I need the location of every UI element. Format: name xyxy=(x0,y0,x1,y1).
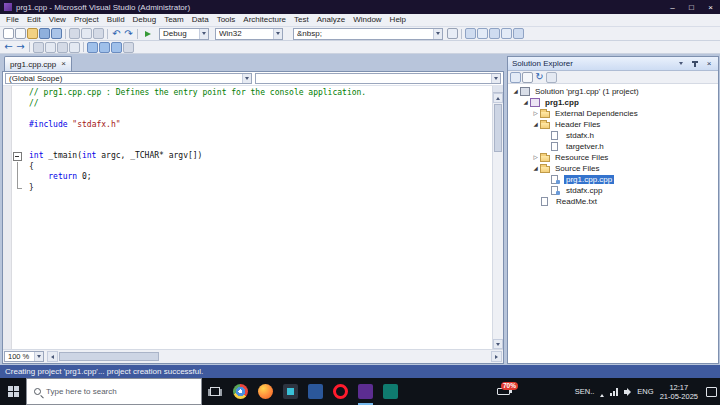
tree-item[interactable]: ◢Solution 'prg1.cpp' (1 project) xyxy=(508,86,718,97)
solution-explorer-icon[interactable] xyxy=(465,28,476,39)
minimize-button[interactable]: – xyxy=(663,0,682,14)
vertical-scrollbar[interactable] xyxy=(492,86,503,349)
show-all-files-icon[interactable] xyxy=(522,72,533,83)
splitter-handle[interactable] xyxy=(493,86,503,93)
code-line[interactable]: // prg1.cpp.cpp : Defines the entry poin… xyxy=(12,88,492,99)
maximize-button[interactable]: □ xyxy=(682,0,701,14)
decrease-indent-icon[interactable] xyxy=(33,42,44,53)
code-line[interactable] xyxy=(12,130,492,141)
menu-item-test[interactable]: Test xyxy=(290,14,313,26)
close-button[interactable]: × xyxy=(701,0,720,14)
expander-icon[interactable]: ▷ xyxy=(531,111,540,117)
tree-item[interactable]: prg1.cpp.cpp xyxy=(508,174,718,185)
menu-item-project[interactable]: Project xyxy=(70,14,103,26)
menu-item-file[interactable]: File xyxy=(2,14,23,26)
tree-item[interactable]: ▷External Dependencies xyxy=(508,108,718,119)
tree-item[interactable]: stdafx.cpp xyxy=(508,185,718,196)
tray-chevron-icon[interactable] xyxy=(600,383,604,401)
window-position-icon[interactable] xyxy=(676,59,686,69)
tray-app-text[interactable]: SEN.. xyxy=(575,387,595,396)
code-line[interactable] xyxy=(12,109,492,120)
code-line[interactable]: #include "stdafx.h" xyxy=(12,120,492,131)
find-combo[interactable]: &nbsp; xyxy=(293,28,443,40)
copy-icon[interactable] xyxy=(81,28,92,39)
redo-icon[interactable]: ↷ xyxy=(123,28,134,39)
tree-item[interactable]: targetver.h xyxy=(508,141,718,152)
start-page-icon[interactable] xyxy=(513,28,524,39)
types-combo[interactable]: (Global Scope) xyxy=(5,73,252,84)
navigate-backward-icon[interactable]: ← xyxy=(3,42,14,53)
tree-item[interactable]: stdafx.h xyxy=(508,130,718,141)
tree-item[interactable]: ▷Resource Files xyxy=(508,152,718,163)
menu-item-debug[interactable]: Debug xyxy=(129,14,161,26)
code-line[interactable] xyxy=(12,141,492,152)
find-in-files-icon[interactable] xyxy=(447,28,458,39)
code-line[interactable]: } xyxy=(12,183,492,194)
pin-icon[interactable] xyxy=(690,59,700,69)
taskbar-app-firefox[interactable] xyxy=(253,378,278,405)
close-panel-icon[interactable]: × xyxy=(704,59,714,69)
save-all-icon[interactable] xyxy=(51,28,62,39)
tree-item[interactable]: ReadMe.txt xyxy=(508,196,718,207)
code-line[interactable]: return 0; xyxy=(12,172,492,183)
action-center-icon[interactable] xyxy=(706,387,717,397)
properties-window-icon[interactable] xyxy=(477,28,488,39)
taskbar-app-battery-monitor[interactable]: 70% xyxy=(491,378,516,405)
menu-item-edit[interactable]: Edit xyxy=(23,14,45,26)
network-icon[interactable] xyxy=(610,388,618,396)
taskbar-app-chrome[interactable] xyxy=(228,378,253,405)
expander-icon[interactable]: ▷ xyxy=(531,155,540,161)
expander-icon[interactable]: ◢ xyxy=(511,89,520,95)
next-bookmark-icon[interactable] xyxy=(111,42,122,53)
code-line[interactable]: // xyxy=(12,99,492,110)
code-line[interactable]: int _tmain(int argc, _TCHAR* argv[]) xyxy=(12,151,492,162)
new-project-icon[interactable] xyxy=(3,28,14,39)
zoom-combo[interactable]: 100 % xyxy=(4,351,44,362)
toggle-bookmark-icon[interactable] xyxy=(87,42,98,53)
volume-icon[interactable] xyxy=(624,388,631,396)
clock[interactable]: 12:17 21-05-2025 xyxy=(660,383,698,401)
cut-icon[interactable] xyxy=(69,28,80,39)
menu-item-build[interactable]: Build xyxy=(103,14,129,26)
taskbar-app-opera[interactable] xyxy=(328,378,353,405)
open-file-icon[interactable] xyxy=(27,28,38,39)
code-line[interactable]: { xyxy=(12,162,492,173)
hscroll-thumb[interactable] xyxy=(59,352,159,361)
paste-icon[interactable] xyxy=(93,28,104,39)
horizontal-scrollbar[interactable] xyxy=(46,350,503,363)
taskbar-app-word[interactable] xyxy=(303,378,328,405)
expander-icon[interactable]: ◢ xyxy=(531,166,540,172)
scroll-down-icon[interactable] xyxy=(493,339,503,349)
taskbar-app-code-editor[interactable] xyxy=(278,378,303,405)
code-area[interactable]: // prg1.cpp.cpp : Defines the entry poin… xyxy=(3,86,503,349)
taskbar-app-teams[interactable] xyxy=(378,378,403,405)
expander-icon[interactable]: ◢ xyxy=(521,100,530,106)
tree-item[interactable]: ◢Source Files xyxy=(508,163,718,174)
scroll-right-icon[interactable] xyxy=(491,351,502,362)
menu-item-window[interactable]: Window xyxy=(349,14,385,26)
properties-icon[interactable] xyxy=(510,72,521,83)
menu-item-tools[interactable]: Tools xyxy=(213,14,240,26)
add-item-icon[interactable] xyxy=(15,28,26,39)
uncomment-selection-icon[interactable] xyxy=(69,42,80,53)
navigate-forward-icon[interactable]: → xyxy=(15,42,26,53)
tree-item[interactable]: ◢Header Files xyxy=(508,119,718,130)
menu-item-help[interactable]: Help xyxy=(386,14,410,26)
increase-indent-icon[interactable] xyxy=(45,42,56,53)
scroll-left-icon[interactable] xyxy=(47,351,58,362)
save-icon[interactable] xyxy=(39,28,50,39)
menu-item-view[interactable]: View xyxy=(45,14,70,26)
scroll-track[interactable] xyxy=(493,103,503,339)
tree-item[interactable]: ◢prg1.cpp xyxy=(508,97,718,108)
object-browser-icon[interactable] xyxy=(489,28,500,39)
refresh-icon[interactable]: ↻ xyxy=(534,72,545,83)
scroll-up-icon[interactable] xyxy=(493,93,503,103)
view-class-diagram-icon[interactable] xyxy=(546,72,557,83)
toolbox-icon[interactable] xyxy=(501,28,512,39)
tab-prg1cpp[interactable]: prg1.cpp.cpp × xyxy=(4,56,72,71)
menu-item-data[interactable]: Data xyxy=(188,14,213,26)
start-debugging-icon[interactable] xyxy=(145,31,151,37)
expander-icon[interactable]: ◢ xyxy=(531,122,540,128)
config-combo[interactable]: Debug xyxy=(159,28,209,40)
menu-item-team[interactable]: Team xyxy=(160,14,188,26)
